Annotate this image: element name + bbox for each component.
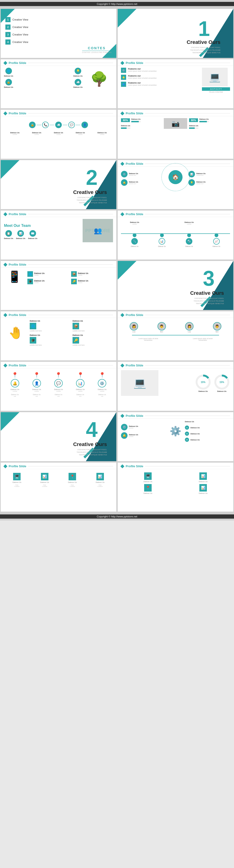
- diamond-icon: [121, 363, 125, 367]
- tl-icon-3: 🔩: [186, 238, 192, 245]
- list-item: 1 Creative View: [5, 17, 112, 22]
- tree-icons-area: 🌐 Datous Us 💡 Datous Us 🔒 Datous Us: [4, 68, 83, 90]
- list-item: 4 Creative View: [5, 39, 112, 44]
- item-num-4: 4: [5, 39, 10, 44]
- diamond-icon: [3, 212, 7, 216]
- slide-num1: 1 Creative Ours STATISFACTORYCUMULEUNT F…: [118, 9, 233, 58]
- phone-item-2: 📦 Datous Us subtitle: [71, 271, 113, 277]
- pie-body: 💻 15% Datous Us: [118, 368, 233, 398]
- gear-item-2: 🔔 Datous Us subtitle: [121, 432, 166, 439]
- bi2-body: 🖥️ Datous Us 📊 Datous Us 📍 Datous Us 📊: [118, 469, 233, 498]
- pin-icon-2: 📍: [33, 372, 40, 378]
- profile-title-tree: Profile Silde: [9, 61, 26, 65]
- row-pin-pie: Profile Silde 📍 🔔 Datous Us subtitle 📍 👤…: [1, 362, 233, 411]
- profile-title-timeline: Profile Silde: [126, 212, 143, 216]
- pie-charts: 15% Datous Us 15% Datous Us: [195, 374, 230, 392]
- progress-item-2: Datous Us: [121, 125, 162, 129]
- profile-title-progress: Profile Silde: [126, 112, 143, 115]
- hands-right: Datous Us 🌐 subtitle text here Datous Us…: [30, 320, 113, 346]
- bi2-row2: 📍 Datous Us 📊 Datous Us: [121, 484, 230, 494]
- slide-profile-features: Profile Silde ⚙️ Features our Lorem ipsu…: [118, 59, 233, 108]
- photo-block: 📷: [164, 118, 187, 129]
- feature-icon-3: 🔷: [121, 82, 126, 87]
- row-2-3: 1 Creative View 2 Creative View 3: [1, 9, 233, 58]
- home-item-2: 🔔 Datous Us subtitle text: [121, 179, 163, 186]
- header-line: [145, 63, 230, 63]
- home-left-labels: ⚙️ Datous Us subtitle text 🔔 Datous Us s…: [121, 168, 163, 186]
- bi2-col-4: 📊 Datous Us: [176, 484, 230, 494]
- progress-item-4: Datous Us: [189, 125, 230, 129]
- pin-item-1: 📍 🔔 Datous Us subtitle: [10, 372, 19, 392]
- bi2-col-3: 📍 Datous Us: [121, 484, 175, 494]
- profile-header-features: Profile Silde: [118, 59, 233, 66]
- bi1-col-4: 📊 Datous Us DateCreative: [87, 473, 113, 487]
- team-icon-2: 📊 Datous Us: [16, 230, 26, 240]
- home-item-4: 💡 Datous Us subtitle text: [188, 179, 230, 186]
- diamond-icon: [3, 313, 7, 317]
- phone-icon-3: 🎓: [27, 279, 33, 284]
- profile-header-gear: Profile Silde: [118, 412, 233, 419]
- profile-header-pie: Profile Silde: [118, 362, 233, 368]
- person-circle-1: 👩: [130, 322, 138, 331]
- diamond-icon: [3, 262, 7, 267]
- watermark: PPTSTORE: [85, 228, 110, 234]
- gear-icon-circle-2: 🔔: [121, 432, 128, 439]
- hands-icon-4: 🔑: [73, 337, 79, 344]
- slide-num3: 3 Creative Ours STATISFACTORYCUMULEUNT F…: [118, 261, 233, 310]
- gear-center: ⚙️: [166, 426, 185, 437]
- home-body: ⚙️ Datous Us subtitle text 🔔 Datous Us s…: [118, 167, 233, 188]
- features-body: ⚙️ Features our Lorem ipsum dolor sit am…: [118, 66, 233, 95]
- slide-pin: Profile Silde 📍 🔔 Datous Us subtitle 📍 👤…: [1, 362, 116, 411]
- team-right: 👥 PPTSTORE: [83, 219, 113, 242]
- tl-item-3: 🔩 Datous Us: [185, 235, 193, 247]
- pin-item-5: 📍 ⚙️ Datous Us subtitle: [98, 372, 106, 392]
- feature-text-2: Features our Lorem ipsum dolor sit amet …: [128, 75, 157, 80]
- diamond-icon: [121, 414, 125, 418]
- tl-icon-2: 📊: [159, 238, 165, 245]
- hands-icon-3: 📦: [73, 323, 79, 329]
- profile-header-progress: Profile Silde: [118, 110, 233, 116]
- profile-header-bi1: Profile Silde: [1, 463, 116, 469]
- pie-svg-1: 15%: [195, 374, 211, 390]
- profile-header-team: Profile Silde: [1, 211, 116, 217]
- diamond-icon: [121, 61, 125, 65]
- feature-icon-1: ⚙️: [121, 68, 126, 73]
- laptop-image: [202, 68, 228, 86]
- row-team-timeline: Profile Silde Meet Our Team 📋 Datous Us …: [1, 211, 233, 259]
- num4-label: Creative Ours: [73, 441, 107, 447]
- creative-title-1: Creative Ours: [187, 39, 220, 45]
- hands-item-2: Datous Us 🎓 subtitle text here: [30, 334, 70, 346]
- hands-item-1: Datous Us 🌐 subtitle text here: [30, 320, 70, 332]
- gear-num-item-3: 03 Datous Us: [185, 438, 230, 442]
- progress-bar-bg-3: [199, 121, 209, 122]
- bi2-icon-2: 📊: [199, 472, 207, 480]
- feature-text-3: Features our Lorem ipsum dolor sit amet …: [128, 82, 157, 86]
- profile-title-pin: Profile Silde: [9, 364, 26, 367]
- pin-circle-4: 📊: [76, 379, 84, 388]
- pin-item-3: 📍 💬 Datous Us subtitle: [54, 372, 63, 392]
- phone-body: 📱 🌐 Datous Us subtitle 📦: [1, 268, 116, 286]
- person-4: 👨 Ben: [213, 322, 222, 333]
- tl-above-row: Datous Us subtitle Datous Us subtitle: [121, 221, 230, 225]
- header-line: [28, 214, 113, 214]
- tree-bottom-row: 🔒 Datous Us ☁️ Datous Us: [4, 79, 83, 88]
- features-left: ⚙️ Features our Lorem ipsum dolor sit am…: [121, 68, 200, 93]
- contes-block: CONTES CONTES LOSSULTAS FINALES: [82, 46, 112, 53]
- pin-icon-4: 📍: [77, 372, 83, 378]
- profile-header-phone: Profile Silde: [1, 261, 116, 268]
- home-big-circle: 🏠: [168, 170, 183, 184]
- feature-item-3: 🔷 Features our Lorem ipsum dolor sit ame…: [121, 82, 200, 87]
- main-gear-icon: ⚙️: [170, 426, 181, 437]
- big-number-4: 4: [86, 419, 98, 440]
- hands-icon-2: 🎓: [30, 337, 36, 344]
- profile-title-chain: Profile Silde: [9, 112, 26, 115]
- slide-timeline: Profile Silde Datous Us subtitle Datous …: [118, 211, 233, 259]
- row-6-7: Profile Silde 🔒 📞 ☁️ 💬 👤 Dato: [1, 110, 233, 159]
- pin-circle-2: 👤: [32, 379, 41, 388]
- tl-dot-4: [214, 234, 218, 237]
- tree-body: 🌐 Datous Us 💡 Datous Us 🔒 Datous Us: [1, 66, 116, 92]
- progress-bar-fill-2: [121, 127, 127, 129]
- teal-circle-icon: 🔒: [5, 79, 12, 86]
- diamond-icon: [3, 464, 7, 468]
- pin-row-top: 📍 🔔 Datous Us subtitle 📍 👤 Datous Us sub…: [4, 372, 113, 392]
